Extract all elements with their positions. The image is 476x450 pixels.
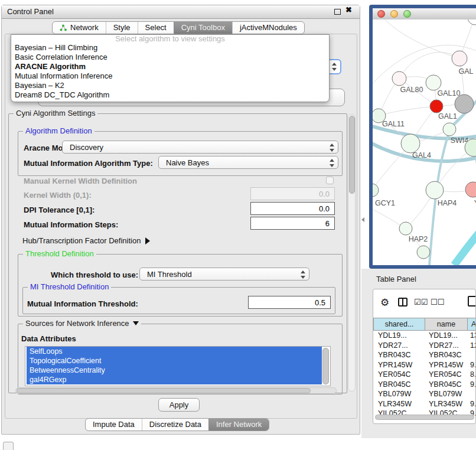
network-node[interactable] [426,181,444,199]
network-node[interactable] [426,75,441,90]
table-row[interactable]: YBR045CYBR045C9. [373,380,476,390]
table-cell[interactable]: YDR27... [373,341,425,351]
zoom-traffic-light-icon[interactable] [403,10,411,18]
table-cell[interactable]: YBR045C [425,380,468,390]
table-hscrollbar-thumb[interactable] [375,415,474,420]
hub-definition-toggle[interactable]: Hub/Transcription Factor Definition [22,236,150,245]
attribute-item[interactable]: BetweennessCentrality [27,366,322,375]
table-row[interactable]: YLR345WYLR345W9. [373,399,476,409]
table-cell[interactable]: YER054C [373,370,425,380]
collapsed-arrow-icon [145,237,150,244]
table-cell[interactable]: 9. [468,380,476,390]
attributes-scrollbar-thumb[interactable] [322,348,329,384]
network-node[interactable] [465,182,476,197]
data-attributes-list[interactable]: SelfLoopsTopologicalCoefficientBetweenne… [25,346,331,386]
network-node[interactable] [399,222,412,235]
tab-infer-network[interactable]: Infer Network [208,419,269,431]
network-window-titlebar[interactable] [373,8,476,20]
mi-type-combobox[interactable]: Naive Bayes [158,156,338,169]
network-node[interactable] [392,71,406,86]
table-row[interactable]: YDL19...YDL19...13 [373,331,476,341]
network-node[interactable] [468,19,476,25]
mi-threshold-input[interactable]: 0.5 [248,296,331,309]
aracne-mode-combobox[interactable]: Discovery [62,141,338,154]
network-node[interactable] [417,246,430,259]
attribute-item[interactable]: gal4RGexp [27,375,322,384]
table-cell[interactable]: YDL19... [373,331,425,341]
table-cell[interactable]: 8. [468,370,476,380]
table-cell[interactable] [468,350,476,360]
table-cell[interactable]: YBR045C [373,380,425,390]
table-cell[interactable]: 9. [468,360,476,370]
table-cell[interactable]: 13 [468,331,476,341]
minimized-panel-icon[interactable] [3,442,14,450]
table-row[interactable]: YER054CYER054C8. [373,370,476,380]
network-node[interactable] [452,51,467,66]
tab-jactivemnodules[interactable]: jActiveMNodules [232,22,304,34]
table-cell[interactable]: YDR27... [425,341,468,351]
table-cell[interactable] [468,389,476,399]
sources-legend[interactable]: Sources for Network Inference [23,319,141,328]
column-header-clipped[interactable]: A [468,318,476,331]
algorithm-option[interactable]: Bayesian – K2 [11,81,329,90]
table-cell[interactable]: YPR145W [425,360,468,370]
column-layout-icon[interactable] [398,298,407,306]
kernel-width-input[interactable]: 0.0 [250,187,335,200]
attribute-item[interactable]: TopologicalCoefficient [27,356,322,366]
network-node-label: GAL [458,67,473,76]
tab-select[interactable]: Select [138,22,174,34]
select-all-checkboxes-icon[interactable]: ☑☑ [414,298,428,306]
table-cell[interactable]: YDL19... [425,331,468,341]
table-cell[interactable]: YBL079W [425,389,468,399]
panel-splitter-handle[interactable] [361,217,364,222]
network-node[interactable] [443,123,456,136]
spinner-arrows-icon [329,144,334,152]
apply-button[interactable]: Apply [158,398,200,412]
table-cell[interactable]: YBL079W [373,389,425,399]
table-row[interactable]: YDR27...YDR27...12 [373,341,476,351]
attributes-hscrollbar-thumb[interactable] [17,388,311,393]
document-icon[interactable] [468,296,476,306]
tab-style[interactable]: Style [106,22,138,34]
network-node[interactable] [455,94,474,113]
gear-icon[interactable]: ⚙ [380,296,389,309]
network-node[interactable] [373,184,379,197]
table-cell[interactable]: YBR043C [373,350,425,360]
table-row[interactable]: YPR145WYPR145W9. [373,360,476,370]
attribute-item[interactable]: SelfLoops [27,347,322,356]
tab-impute-data[interactable]: Impute Data [86,419,142,431]
algorithm-option[interactable]: Mutual Information Inference [11,71,329,81]
deselect-all-checkboxes-icon[interactable]: ☐☐ [431,298,444,306]
table-cell[interactable]: YBR043C [425,350,468,360]
network-node[interactable] [430,100,443,113]
close-traffic-light-icon[interactable] [377,10,385,18]
table-cell[interactable]: YLR345W [373,399,425,409]
manual-kernel-checkbox[interactable] [326,177,334,184]
table-row[interactable]: YBR043CYBR043C [373,350,476,360]
algorithm-option[interactable]: Basic Correlation Inference [11,53,329,62]
algorithm-option[interactable]: ARACNE Algorithm [11,62,329,71]
table-cell[interactable]: 9. [468,399,476,409]
table-cell[interactable]: YER054C [425,370,468,380]
table-cell[interactable]: YLR345W [425,399,468,409]
close-icon[interactable]: ✖ [345,5,352,14]
mi-steps-input[interactable]: 6 [250,217,335,230]
network-node[interactable] [401,134,420,153]
column-header-name[interactable]: name [425,318,468,331]
dpi-tolerance-input[interactable]: 0.0 [250,202,335,215]
network-view-canvas[interactable]: GALGAL80GAL10GAL1GAL11GAL4SWI4GCY1HAP4YH… [373,19,476,265]
table-cell[interactable]: YPR145W [373,360,425,370]
table-cell[interactable]: 12 [468,341,476,351]
float-window-icon[interactable] [334,9,341,15]
algorithm-option[interactable]: Dream8 DC_TDC Algorithm [11,90,329,100]
table-panel-title: Table Panel [376,275,416,283]
settings-scrollbar-thumb[interactable] [349,116,355,194]
minimize-traffic-light-icon[interactable] [390,10,398,18]
which-threshold-combobox[interactable]: MI Threshold [139,268,309,281]
column-header-shared-name[interactable]: shared... [373,318,425,331]
tab-cyni-toolbox[interactable]: Cyni Toolbox [174,22,232,34]
algorithm-option[interactable]: Bayesian – Hill Climbing [11,43,329,53]
tab-discretize-data[interactable]: Discretize Data [142,419,208,431]
tab-network[interactable]: Network [53,22,106,34]
table-row[interactable]: YBL079WYBL079W [373,389,476,399]
